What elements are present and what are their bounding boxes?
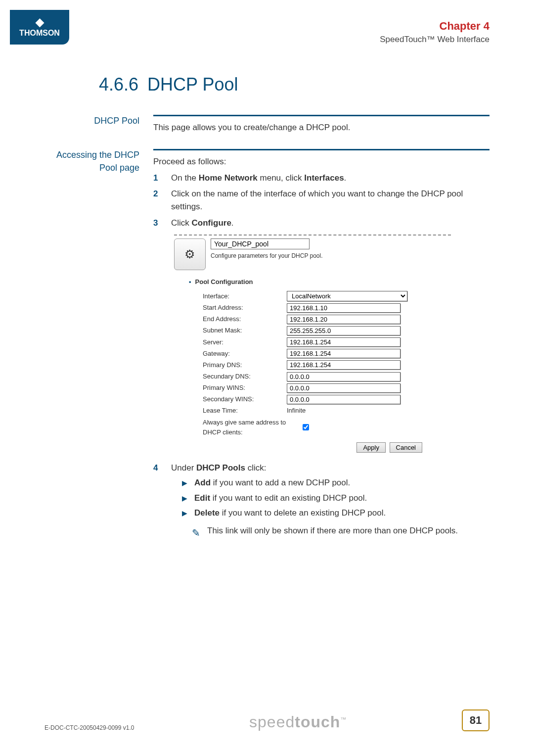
step-number: 3 <box>153 217 162 230</box>
field-label: Always give same address to DHCP clients… <box>203 418 302 437</box>
step-3: 3 Click Configure. <box>153 217 490 230</box>
chapter-subtitle: SpeedTouch™ Web Interface <box>380 35 490 45</box>
intro-text: Proceed as follows: <box>153 155 490 168</box>
body-text: This page allows you to create/change a … <box>153 115 490 134</box>
subnet-mask-input[interactable] <box>287 326 400 335</box>
arrow-icon: ▶ <box>182 492 187 505</box>
step-text: Click Configure. <box>171 217 234 230</box>
field-interface: Interface: LocalNetwork <box>203 291 451 301</box>
block-dhcp-pool-intro: DHCP Pool This page allows you to create… <box>0 115 490 134</box>
field-label: Lease Time: <box>203 406 287 416</box>
field-label: Server: <box>203 337 287 347</box>
secondary-dns-input[interactable] <box>287 372 400 381</box>
field-secondary-wins: Secondary WINS: <box>203 394 451 404</box>
field-server: Server: <box>203 337 451 347</box>
pool-header: ⚙ Configure parameters for your DHCP poo… <box>174 238 451 270</box>
same-address-checkbox[interactable] <box>303 424 309 430</box>
field-lease-time: Lease Time: Infinite <box>203 406 451 416</box>
note-text: This link will only be shown if there ar… <box>207 524 458 537</box>
bullet-add: ▶ Add if you want to add a new DCHP pool… <box>182 476 458 489</box>
secondary-wins-input[interactable] <box>287 395 400 404</box>
primary-dns-input[interactable] <box>287 360 400 370</box>
start-address-input[interactable] <box>287 303 400 313</box>
footer-logo: speedtouch™ <box>249 713 347 731</box>
field-label: Secondary WINS: <box>203 394 287 404</box>
button-row: Apply Cancel <box>174 442 422 453</box>
pool-icon: ⚙ <box>174 238 206 270</box>
apply-button[interactable]: Apply <box>356 442 386 453</box>
server-input[interactable] <box>287 337 400 347</box>
step-text: Under DHCP Pools click: ▶ Add if you wan… <box>171 462 458 541</box>
section-title: DHCP Pool <box>147 74 238 95</box>
interface-select[interactable]: LocalNetwork <box>287 291 407 301</box>
field-label: Gateway: <box>203 349 287 359</box>
note: ✎ This link will only be shown if there … <box>192 524 458 541</box>
page-number: 81 <box>462 709 490 731</box>
field-label: Secundary DNS: <box>203 372 287 381</box>
page-header: ◆ THOMSON Chapter 4 SpeedTouch™ Web Inte… <box>0 0 534 45</box>
field-end-address: End Address: <box>203 314 451 324</box>
arrow-icon: ▶ <box>182 507 187 520</box>
field-label: Primary WINS: <box>203 383 287 393</box>
field-label: Primary DNS: <box>203 360 287 370</box>
step-2: 2 Click on the name of the interface of … <box>153 188 490 214</box>
section-number: 4.6.6 <box>99 74 138 95</box>
margin-label: Accessing the DHCP Pool page <box>0 149 153 541</box>
lease-time-value: Infinite <box>287 406 306 416</box>
margin-label: DHCP Pool <box>0 115 153 134</box>
brand-name: THOMSON <box>19 29 60 38</box>
field-primary-dns: Primary DNS: <box>203 360 451 370</box>
pool-description: Configure parameters for your DHCP pool. <box>211 251 451 261</box>
step-text: Click on the name of the interface of wh… <box>171 188 490 214</box>
field-secondary-dns: Secundary DNS: <box>203 372 451 381</box>
body-col: Proceed as follows: 1 On the Home Networ… <box>153 149 490 541</box>
bullet-edit: ▶ Edit if you want to edit an existing D… <box>182 492 458 505</box>
field-label: Start Address: <box>203 303 287 313</box>
bullet-delete: ▶ Delete if you want to delete an existi… <box>182 507 458 520</box>
section-heading: 4.6.6 DHCP Pool <box>99 74 534 95</box>
pool-section-title: Pool Configuration <box>189 277 451 287</box>
brand-icon: ◆ <box>36 17 44 28</box>
note-icon: ✎ <box>192 524 200 541</box>
brand-logo: ◆ THOMSON <box>10 10 69 45</box>
field-gateway: Gateway: <box>203 349 451 359</box>
field-label: End Address: <box>203 314 287 324</box>
step-1: 1 On the Home Network menu, click Interf… <box>153 172 490 185</box>
field-label: Subnet Mask: <box>203 326 287 335</box>
field-subnet-mask: Subnet Mask: <box>203 326 451 335</box>
pool-config-screenshot: ⚙ Configure parameters for your DHCP poo… <box>174 235 451 453</box>
document-id: E-DOC-CTC-20050429-0099 v1.0 <box>44 724 134 731</box>
step-number: 4 <box>153 462 162 541</box>
step-number: 1 <box>153 172 162 185</box>
primary-wins-input[interactable] <box>287 383 400 393</box>
field-primary-wins: Primary WINS: <box>203 383 451 393</box>
step-4: 4 Under DHCP Pools click: ▶ Add if you w… <box>153 462 490 541</box>
pool-name-input[interactable] <box>211 238 310 249</box>
step-number: 2 <box>153 188 162 214</box>
field-label: Interface: <box>203 291 287 301</box>
end-address-input[interactable] <box>287 315 400 324</box>
field-same-address: Always give same address to DHCP clients… <box>203 418 451 437</box>
field-start-address: Start Address: <box>203 303 451 313</box>
gateway-input[interactable] <box>287 349 400 358</box>
chapter-label: Chapter 4 <box>380 20 490 33</box>
arrow-icon: ▶ <box>182 476 187 489</box>
step-text: On the Home Network menu, click Interfac… <box>171 172 346 185</box>
cancel-button[interactable]: Cancel <box>390 442 422 453</box>
page-footer: E-DOC-CTC-20050429-0099 v1.0 speedtouch™… <box>0 709 534 731</box>
header-right: Chapter 4 SpeedTouch™ Web Interface <box>380 10 490 45</box>
block-accessing: Accessing the DHCP Pool page Proceed as … <box>0 149 490 541</box>
